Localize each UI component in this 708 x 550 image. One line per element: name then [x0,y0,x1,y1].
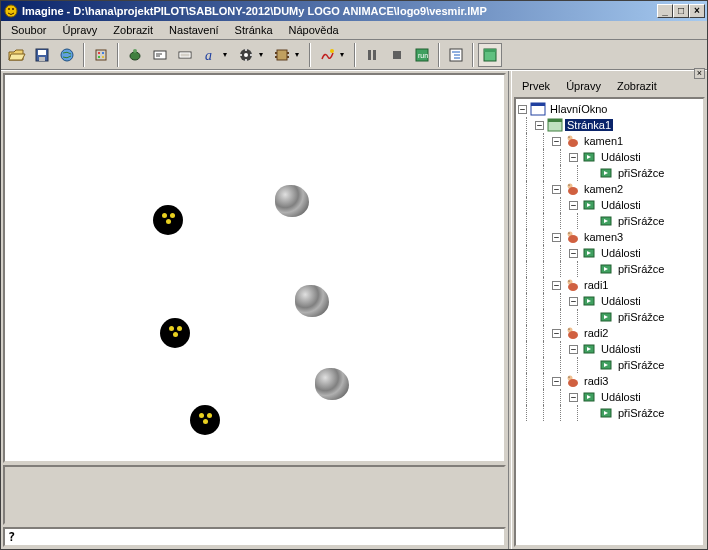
tree-label[interactable]: kamen3 [582,231,625,243]
tree-toggle[interactable]: − [569,345,578,354]
panel-menu-view[interactable]: Zobrazit [609,78,665,94]
tree-toggle[interactable]: − [569,153,578,162]
text-icon[interactable]: a [198,43,222,67]
svg-rect-34 [393,51,401,59]
dropdown-icon[interactable]: ▾ [259,50,269,59]
sprite-bowling[interactable] [160,318,190,348]
tree-turtle[interactable]: −radi3 [518,373,701,389]
tree-label[interactable]: přiSrážce [616,359,666,371]
tree-label[interactable]: Události [599,199,643,211]
tree-label[interactable]: HlavníOkno [548,103,609,115]
open-icon[interactable] [5,43,29,67]
tree-turtle[interactable]: −radi2 [518,325,701,341]
tree-handler[interactable]: přiSrážce [518,213,701,229]
tree-toggle[interactable]: − [552,377,561,386]
tree-handler[interactable]: přiSrážce [518,309,701,325]
tree-toggle[interactable]: − [569,393,578,402]
dropdown-icon[interactable]: ▾ [223,50,233,59]
stop-icon[interactable] [385,43,409,67]
panel-menu-element[interactable]: Prvek [514,78,558,94]
tree-turtle[interactable]: −kamen1 [518,133,701,149]
pause-icon[interactable] [360,43,384,67]
tree-turtle[interactable]: −kamen3 [518,229,701,245]
menu-page[interactable]: Stránka [227,22,281,38]
run-icon[interactable]: run [410,43,434,67]
sprite-rock[interactable] [295,285,329,317]
menu-help[interactable]: Nápověda [281,22,347,38]
tree-page[interactable]: −Stránka1 [518,117,701,133]
menu-edit[interactable]: Úpravy [54,22,105,38]
paint-icon[interactable] [89,43,113,67]
tree-root[interactable]: −HlavníOkno [518,101,701,117]
tree-turtle[interactable]: −kamen2 [518,181,701,197]
tree-handler[interactable]: přiSrážce [518,405,701,421]
tree-turtle[interactable]: −radi1 [518,277,701,293]
svg-text:a: a [205,48,212,63]
minimize-button[interactable]: _ [657,4,673,18]
component-icon[interactable] [270,43,294,67]
turtle-icon[interactable] [123,43,147,67]
svg-point-2 [12,8,14,10]
tree-toggle[interactable]: − [569,201,578,210]
tree-events[interactable]: −Události [518,389,701,405]
sprite-rock[interactable] [275,185,309,217]
tree-events[interactable]: −Události [518,341,701,357]
tree-label[interactable]: Události [599,343,643,355]
tree-label[interactable]: radi1 [582,279,610,291]
tree-label[interactable]: kamen2 [582,183,625,195]
tree-label[interactable]: Události [599,151,643,163]
tree-toggle[interactable]: − [569,297,578,306]
svg-point-0 [5,5,17,17]
tree-panel-icon[interactable] [444,43,468,67]
tree-events[interactable]: −Události [518,149,701,165]
tree-handler[interactable]: přiSrážce [518,261,701,277]
tree-events[interactable]: −Události [518,245,701,261]
save-world-icon[interactable] [55,43,79,67]
maximize-button[interactable]: □ [673,4,689,18]
tree-events[interactable]: −Události [518,293,701,309]
tree-node-icon [581,389,597,405]
tree-toggle[interactable]: − [518,105,527,114]
sprite-bowling[interactable] [190,405,220,435]
menu-settings[interactable]: Nastavení [161,22,227,38]
tree-toggle[interactable]: − [535,121,544,130]
tree-toggle[interactable]: − [569,249,578,258]
tree-label[interactable]: přiSrážce [616,215,666,227]
tree-label[interactable]: přiSrážce [616,167,666,179]
media-icon[interactable] [234,43,258,67]
tree-label[interactable]: Události [599,247,643,259]
tree-label[interactable]: Stránka1 [565,119,613,131]
command-input[interactable]: ? [3,527,506,547]
tree-label[interactable]: kamen1 [582,135,625,147]
tree-label[interactable]: přiSrážce [616,263,666,275]
tree-toggle[interactable]: − [552,137,561,146]
object-tree[interactable]: −HlavníOkno−Stránka1−kamen1−UdálostipřiS… [514,97,705,547]
close-button[interactable]: × [689,4,705,18]
tree-toggle[interactable]: − [552,329,561,338]
dropdown-icon[interactable]: ▾ [295,50,305,59]
tree-label[interactable]: přiSrážce [616,311,666,323]
panel-menu-edit[interactable]: Úpravy [558,78,609,94]
dropdown-icon[interactable]: ▾ [340,50,350,59]
tree-handler[interactable]: přiSrážce [518,357,701,373]
button-icon[interactable] [173,43,197,67]
tree-label[interactable]: Události [599,391,643,403]
tree-label[interactable]: radi2 [582,327,610,339]
save-icon[interactable] [30,43,54,67]
tree-label[interactable]: přiSrážce [616,407,666,419]
menu-view[interactable]: Zobrazit [105,22,161,38]
textbox-icon[interactable] [148,43,172,67]
tree-events[interactable]: −Události [518,197,701,213]
tree-handler[interactable]: přiSrážce [518,165,701,181]
sprite-rock[interactable] [315,368,349,400]
menu-file[interactable]: Soubor [3,22,54,38]
canvas[interactable] [3,73,506,463]
tree-label[interactable]: radi3 [582,375,610,387]
tree-toggle[interactable]: − [552,233,561,242]
trace-icon[interactable] [315,43,339,67]
tree-label[interactable]: Události [599,295,643,307]
tree-toggle[interactable]: − [552,185,561,194]
tree-toggle[interactable]: − [552,281,561,290]
sprite-bowling[interactable] [153,205,183,235]
window-layout-icon[interactable] [478,43,502,67]
